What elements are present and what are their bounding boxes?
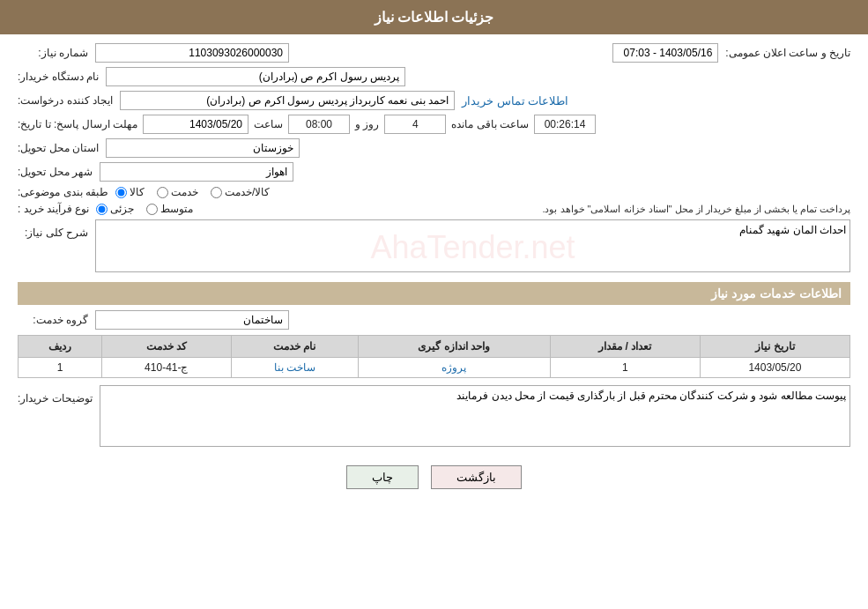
col-service-code: کد خدمت <box>102 336 232 358</box>
cell-need-date: 1403/05/20 <box>700 358 849 378</box>
category-khadamat-label: خدمت <box>171 186 198 198</box>
category-kala-label: کالا <box>130 186 145 198</box>
creator-input[interactable] <box>120 91 455 110</box>
need-number-input[interactable] <box>95 43 289 63</box>
creator-row: اطلاعات تماس خریدار ایجاد کننده درخواست: <box>18 91 850 110</box>
service-group-input[interactable] <box>95 310 289 330</box>
cell-row-num: 1 <box>19 358 102 378</box>
page-header: جزئیات اطلاعات نیاز <box>0 0 868 34</box>
col-row-num: ردیف <box>19 336 102 358</box>
services-table: تاریخ نیاز تعداد / مقدار واحد اندازه گیر… <box>18 335 850 378</box>
col-need-date: تاریخ نیاز <box>700 336 849 358</box>
purchase-motavaset-label: متوسط <box>160 203 193 215</box>
category-khadamat-radio[interactable] <box>157 187 168 198</box>
category-kala-radio[interactable] <box>115 187 127 198</box>
table-row: 1403/05/20 1 پروژه ساخت بنا ج-41-410 1 <box>19 358 850 378</box>
category-kala-option[interactable]: کالا <box>115 186 145 198</box>
service-group-label: گروه خدمت: <box>18 314 88 326</box>
purchase-jozei-radio[interactable] <box>96 204 108 215</box>
table-header-row: تاریخ نیاز تعداد / مقدار واحد اندازه گیر… <box>19 336 850 358</box>
need-description-label: شرح کلی نیاز: <box>18 227 88 239</box>
remaining-label: ساعت باقی مانده <box>451 118 529 130</box>
category-kala-khadamat-radio[interactable] <box>211 187 222 198</box>
buyer-station-label: نام دستگاه خریدار: <box>18 71 99 83</box>
contact-link[interactable]: اطلاعات تماس خریدار <box>462 94 568 108</box>
print-button[interactable]: چاپ <box>346 465 419 489</box>
purchase-jozei-option[interactable]: جزئی <box>96 203 134 215</box>
need-description-textarea[interactable] <box>95 219 850 272</box>
cell-unit[interactable]: پروژه <box>358 358 550 378</box>
content-area: تاریخ و ساعت اعلان عمومی: شماره نیاز: نا… <box>0 34 868 507</box>
reply-deadline-label: مهلت ارسال پاسخ: تا تاریخ: <box>18 118 137 130</box>
col-count-amount: تعداد / مقدار <box>550 336 700 358</box>
cell-count-amount: 1 <box>550 358 700 378</box>
buyer-notes-wrapper <box>100 385 850 449</box>
need-description-row: AhaTender.net شرح کلی نیاز: <box>18 219 850 275</box>
reply-date-input[interactable] <box>143 115 249 134</box>
page-title: جزئیات اطلاعات نیاز <box>375 10 494 25</box>
reply-time-label: ساعت <box>254 118 283 130</box>
category-khadamat-option[interactable]: خدمت <box>157 186 198 198</box>
buyer-station-row: نام دستگاه خریدار: <box>18 67 850 86</box>
purchase-motavaset-radio[interactable] <box>146 204 158 215</box>
button-row: بازگشت چاپ <box>18 465 850 489</box>
announcement-datetime-input[interactable] <box>612 43 718 63</box>
page-wrapper: جزئیات اطلاعات نیاز تاریخ و ساعت اعلان ع… <box>0 0 868 609</box>
purchase-jozei-label: جزئی <box>110 203 134 215</box>
services-section-title: اطلاعات خدمات مورد نیاز <box>18 282 850 305</box>
need-description-wrapper: AhaTender.net <box>95 219 850 275</box>
creator-label: ایجاد کننده درخواست: <box>18 94 113 107</box>
buyer-notes-row: توضیحات خریدار: <box>18 385 850 449</box>
city-label: شهر محل تحویل: <box>18 166 93 178</box>
buyer-notes-label: توضیحات خریدار: <box>18 392 93 405</box>
cell-service-name[interactable]: ساخت بنا <box>231 358 358 378</box>
buyer-notes-textarea[interactable] <box>100 385 850 447</box>
province-label: استان محل تحویل: <box>18 142 99 154</box>
service-group-row: گروه خدمت: <box>18 310 850 330</box>
purchase-note: پرداخت تمام یا بخشی از مبلغ خریدار از مح… <box>200 204 850 215</box>
province-row: استان محل تحویل: <box>18 138 850 158</box>
category-radio-group: کالا/خدمت خدمت کالا <box>115 186 270 198</box>
category-kala-khadamat-label: کالا/خدمت <box>225 186 270 198</box>
city-input[interactable] <box>100 162 293 182</box>
purchase-type-row: پرداخت تمام یا بخشی از مبلغ خریدار از مح… <box>18 203 850 215</box>
category-row: کالا/خدمت خدمت کالا طبقه بندی موضوعی: <box>18 186 850 198</box>
reply-deadline-row: 00:26:14 ساعت باقی مانده 4 روز و 08:00 س… <box>18 115 850 134</box>
purchase-type-group: متوسط جزئی <box>96 203 193 215</box>
cell-service-code: ج-41-410 <box>102 358 232 378</box>
col-service-name: نام خدمت <box>231 336 358 358</box>
reply-days-value: 4 <box>384 115 446 134</box>
remaining-value: 00:26:14 <box>534 115 596 134</box>
category-kala-khadamat-option[interactable]: کالا/خدمت <box>211 186 270 198</box>
need-number-row: تاریخ و ساعت اعلان عمومی: شماره نیاز: <box>18 43 850 63</box>
purchase-motavaset-option[interactable]: متوسط <box>146 203 193 215</box>
reply-days-label: روز و <box>355 118 379 130</box>
reply-time-value: 08:00 <box>288 115 350 134</box>
province-input[interactable] <box>106 138 300 158</box>
back-button[interactable]: بازگشت <box>431 465 522 489</box>
purchase-type-label: نوع فرآیند خرید : <box>18 203 89 215</box>
need-number-label: شماره نیاز: <box>18 47 88 59</box>
category-label: طبقه بندی موضوعی: <box>18 186 108 198</box>
buyer-station-input[interactable] <box>106 67 405 86</box>
announcement-datetime-label: تاریخ و ساعت اعلان عمومی: <box>725 47 850 59</box>
city-row: شهر محل تحویل: <box>18 162 850 182</box>
col-unit: واحد اندازه گیری <box>358 336 550 358</box>
